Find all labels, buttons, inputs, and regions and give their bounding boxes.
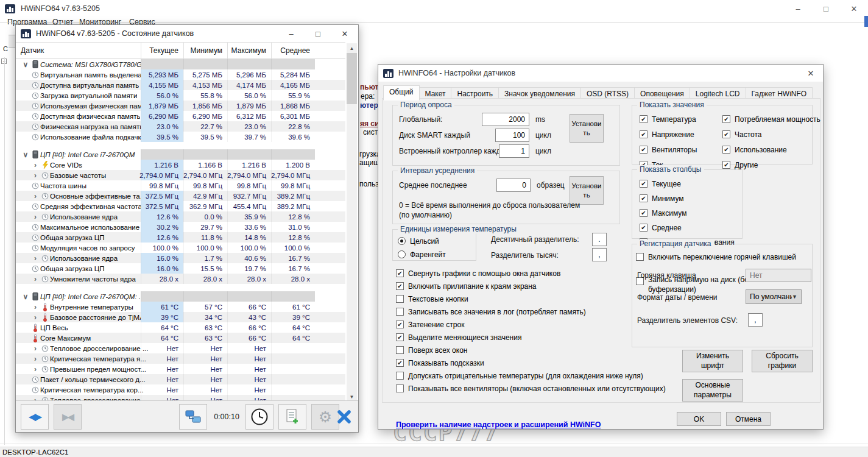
sensor-row[interactable]: Критическая температура кор...НетНетНет bbox=[16, 384, 345, 395]
sensor-row[interactable]: Максимальное использование ...30.2 %29.7… bbox=[16, 222, 345, 232]
radio-fahrenheit[interactable]: Фаренгейт bbox=[398, 248, 476, 261]
smart-period-input[interactable]: 100 bbox=[495, 129, 529, 142]
expand-horizontal-button[interactable]: ◀▶ bbox=[21, 404, 49, 430]
show-column-checkbox[interactable]: ✔Максимум bbox=[640, 207, 735, 219]
expand-chevron-icon[interactable]: › bbox=[30, 192, 40, 200]
option-checkbox[interactable]: Допускать отрицательные температуры (для… bbox=[396, 369, 666, 382]
show-value-checkbox[interactable]: ✔Частота bbox=[722, 128, 820, 141]
sensor-row[interactable]: Модуляция часов по запросу100.0 %100.0 %… bbox=[16, 243, 345, 253]
option-checkbox[interactable]: ✔Выделите меняющиеся значения bbox=[396, 331, 666, 344]
expand-chevron-icon[interactable]: › bbox=[30, 365, 40, 374]
averaging-input[interactable]: 0 bbox=[496, 179, 531, 192]
sensor-row[interactable]: Частота шины99.8 МГц99.8 МГц99.8 МГц99.8… bbox=[16, 180, 345, 191]
maximize-button[interactable]: □ bbox=[305, 25, 331, 42]
show-value-checkbox[interactable]: ✔Напряжение bbox=[640, 128, 722, 141]
option-checkbox[interactable]: Показывать все вентиляторы (включая оста… bbox=[396, 382, 666, 395]
show-value-checkbox[interactable]: ✔Вентиляторы bbox=[640, 143, 722, 156]
expand-chevron-icon[interactable]: › bbox=[30, 355, 40, 363]
collapse-chevron-icon[interactable]: ∨ bbox=[21, 60, 30, 69]
collapse-chevron-icon[interactable]: ∨ bbox=[21, 151, 30, 159]
cancel-button[interactable]: Отмена bbox=[726, 412, 771, 426]
expand-chevron-icon[interactable]: › bbox=[30, 213, 40, 221]
ec-period-input[interactable]: 1 bbox=[499, 144, 529, 158]
sensor-row[interactable]: ›Тепловое дросселирование ...НетНетНет bbox=[16, 343, 345, 353]
sensor-row[interactable]: ›Умножители частоты ядра28.0 x28.0 x28.0… bbox=[16, 274, 345, 284]
show-value-checkbox[interactable]: ✔Температура bbox=[640, 113, 722, 126]
expand-chevron-icon[interactable]: › bbox=[30, 171, 40, 180]
option-checkbox[interactable]: ✔Включить прилипание к краям экрана bbox=[396, 280, 666, 292]
sensor-row[interactable]: Общая загрузка ЦП16.0 %15.5 %19.7 %16.7 … bbox=[16, 263, 345, 274]
ok-button[interactable]: OK bbox=[677, 412, 721, 426]
sensor-table-header[interactable]: ДатчикТекущееМинимумМаксимумСреднее bbox=[16, 42, 345, 59]
reset-graphs-button[interactable]: Сбросить графики bbox=[752, 350, 813, 372]
close-button[interactable]: ✕ bbox=[331, 25, 358, 42]
column-header-2[interactable]: Текущее bbox=[141, 43, 183, 58]
sensor-group-header[interactable]: ∨ЦП [#0]: Intel Core i7-2670QM bbox=[16, 149, 345, 160]
sensor-row[interactable]: Средняя эффективная частота372.5 МГц362.… bbox=[16, 201, 345, 211]
sensor-row[interactable]: ›Использование ядра16.0 %1.7 %40.6 %16.7… bbox=[16, 253, 345, 263]
option-checkbox[interactable]: ✔Затенение строк bbox=[396, 318, 666, 331]
datetime-format-select[interactable]: По умолчани ▼ bbox=[746, 289, 802, 304]
thousands-separator-input[interactable]: , bbox=[592, 248, 607, 261]
maximize-button[interactable]: □ bbox=[812, 0, 840, 17]
sensor-row[interactable]: Core Максимум64 °C63 °C66 °C64 °C bbox=[16, 333, 345, 343]
show-value-checkbox[interactable]: ✔Потребляемая мощность bbox=[722, 113, 820, 126]
sensor-row[interactable]: Использование файла подкачки39.5 %39.5 %… bbox=[16, 132, 345, 142]
option-checkbox[interactable]: Поверх всех окон bbox=[396, 344, 666, 356]
close-button[interactable]: ✕ bbox=[840, 0, 868, 17]
expand-chevron-icon[interactable]: › bbox=[30, 313, 40, 322]
change-font-button[interactable]: Изменить шрифт bbox=[682, 350, 743, 372]
sensor-row[interactable]: ›Внутренние температуры61 °C57 °C66 °C61… bbox=[16, 302, 345, 312]
tab-общий[interactable]: Общий bbox=[383, 85, 420, 101]
addons-link[interactable]: Проверить наличие надстроек и расширений… bbox=[396, 420, 601, 429]
remote-monitor-button[interactable] bbox=[179, 404, 207, 430]
sensor-row[interactable]: Пакет / кольцо термического д...НетНетНе… bbox=[16, 374, 345, 384]
expand-chevron-icon[interactable]: › bbox=[30, 275, 40, 283]
sensor-row[interactable]: Доступная физическая память6,290 МБ6,290… bbox=[16, 111, 345, 121]
column-header-4[interactable]: Максимум bbox=[227, 43, 271, 58]
sensor-row[interactable]: Виртуальная память выделена5,293 МБ5,275… bbox=[16, 69, 345, 80]
sensor-row[interactable]: Доступна виртуальная память4,155 МБ4,153… bbox=[16, 80, 345, 90]
option-checkbox[interactable]: ✔Показывать подсказки bbox=[396, 356, 666, 369]
column-header-3[interactable]: Минимум bbox=[183, 43, 227, 58]
scroll-up-icon[interactable]: ▲ bbox=[347, 43, 357, 53]
close-button[interactable]: ✕ bbox=[799, 65, 823, 82]
global-period-input[interactable]: 2000 bbox=[482, 113, 529, 126]
collapse-chevron-icon[interactable]: ∨ bbox=[21, 292, 30, 301]
sensor-row[interactable]: Физическая нагрузка на память23.0 %22.7 … bbox=[16, 121, 345, 132]
clock-button[interactable] bbox=[245, 404, 273, 430]
hotkey-toggle-checkbox[interactable]: Включить переключение горячей клавишей bbox=[636, 250, 812, 263]
show-value-checkbox[interactable]: ✔Использование bbox=[722, 143, 820, 156]
radio-celsius[interactable]: Цельсий bbox=[398, 235, 476, 247]
option-checkbox[interactable]: Записывать все значения в лог (потребляе… bbox=[396, 305, 666, 318]
sensor-row[interactable]: ›Использование ядра12.6 %0.0 %35.9 %12.8… bbox=[16, 211, 345, 222]
hotkey-input[interactable]: Нет bbox=[746, 269, 811, 282]
option-checkbox[interactable]: ✔Свернуть графики с помощью окна датчико… bbox=[396, 267, 666, 280]
sensor-row[interactable]: Загрузка виртуальной памяти56.0 %55.8 %5… bbox=[16, 90, 345, 101]
sensor-row[interactable]: ›Базовые частоты2,794.0 МГц2,794.0 МГц2,… bbox=[16, 170, 345, 180]
decimal-separator-input[interactable]: . bbox=[592, 233, 607, 246]
expand-chevron-icon[interactable]: › bbox=[30, 254, 40, 263]
sensor-row[interactable]: ›Core VIDs1.216 В1.166 В1.216 В1.200 В bbox=[16, 160, 345, 170]
option-checkbox[interactable]: Текстовые кнопки bbox=[396, 292, 666, 305]
show-column-checkbox[interactable]: ✔Среднее bbox=[640, 221, 735, 234]
set-polling-button[interactable]: Установить bbox=[570, 114, 604, 143]
sensor-row[interactable]: Общая загрузка ЦП12.6 %11.8 %14.8 %12.8 … bbox=[16, 232, 345, 243]
sensor-group-header[interactable]: ∨ЦП [#0]: Intel Core i7-2670QM: ... bbox=[16, 291, 345, 302]
expand-chevron-icon[interactable]: › bbox=[30, 161, 40, 169]
minimize-button[interactable]: – bbox=[784, 0, 812, 17]
show-column-checkbox[interactable]: ✔Минимум bbox=[640, 192, 735, 205]
sensor-row[interactable]: ›Базовое расстояние до TjMAX39 °C34 °C43… bbox=[16, 312, 345, 322]
minimize-button[interactable]: – bbox=[278, 25, 305, 42]
column-header-5[interactable]: Среднее bbox=[271, 43, 315, 58]
expand-chevron-icon[interactable]: › bbox=[30, 344, 40, 353]
sensor-row[interactable]: ЦП Весь64 °C63 °C66 °C64 °C bbox=[16, 322, 345, 333]
vertical-scrollbar[interactable]: ▲ ▼ bbox=[347, 43, 357, 402]
csv-separator-input[interactable]: , bbox=[748, 313, 763, 327]
expand-chevron-icon[interactable]: › bbox=[30, 303, 40, 311]
collapse-horizontal-button[interactable]: ▶◀ bbox=[54, 404, 82, 430]
scrollbar-thumb[interactable] bbox=[347, 53, 357, 104]
sensor-row[interactable]: Используемая физическая память1,879 МБ1,… bbox=[16, 101, 345, 111]
sensor-group-header[interactable]: ∨Система: MSI GX780/GT780/GT7... bbox=[16, 59, 345, 69]
main-settings-button[interactable]: Основные параметры bbox=[682, 379, 743, 402]
